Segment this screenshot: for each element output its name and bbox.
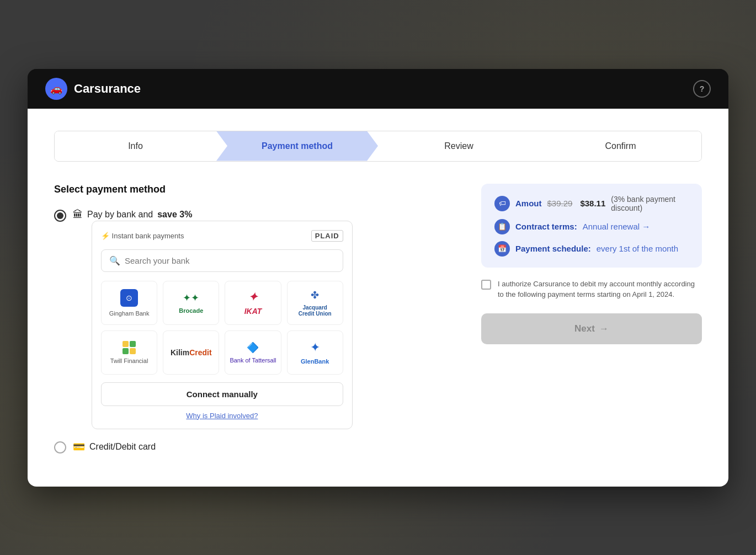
- schedule-row: 📅 Payment schedule: every 1st of the mon…: [494, 241, 689, 257]
- jacquard-label: JacquardCredit Union: [299, 305, 332, 317]
- twill-icon: [123, 341, 136, 354]
- section-title: Select payment method: [54, 184, 459, 195]
- help-button[interactable]: ?: [693, 80, 711, 98]
- step-info[interactable]: Info: [55, 131, 216, 161]
- bank-card-glenbank[interactable]: ✦ GlenBank: [287, 330, 343, 375]
- amount-row: 🏷 Amout $39.29 $38.11 (3% bank payment d…: [494, 195, 689, 212]
- right-panel: 🏷 Amout $39.29 $38.11 (3% bank payment d…: [481, 184, 702, 465]
- tattersall-label: Bank of Tattersall: [230, 357, 276, 364]
- tag-icon: 🏷: [494, 196, 510, 211]
- stepper: Info Payment method Review Confirm: [54, 131, 702, 162]
- info-card: 🏷 Amout $39.29 $38.11 (3% bank payment d…: [481, 184, 702, 268]
- authorize-checkbox[interactable]: [481, 280, 491, 290]
- kilim-icon: KilimCredit: [171, 348, 212, 357]
- header: 🚗 Carsurance ?: [28, 69, 728, 109]
- search-icon: 🔍: [109, 255, 120, 266]
- glenbank-label: GlenBank: [301, 358, 329, 365]
- glenbank-icon: ✦: [310, 340, 320, 355]
- card-icon: 💳: [73, 441, 85, 453]
- step-review[interactable]: Review: [378, 131, 540, 161]
- bank-card-jacquard[interactable]: ✤ JacquardCredit Union: [287, 281, 343, 325]
- new-price: $38.11: [580, 199, 605, 208]
- bank-card-tattersall[interactable]: 🔷 Bank of Tattersall: [225, 330, 281, 375]
- left-panel: Select payment method 🏛 Pay by bank and …: [54, 184, 459, 465]
- app-name: Carsurance: [74, 82, 141, 96]
- twill-label: Twill Financial: [110, 357, 148, 364]
- logo-area: 🚗 Carsurance: [45, 78, 141, 100]
- gingham-icon: ⊙: [120, 289, 138, 307]
- contract-value[interactable]: Annual renewal →: [583, 222, 651, 231]
- brocade-label: Brocade: [179, 307, 203, 314]
- bank-card-twill[interactable]: Twill Financial: [101, 330, 157, 375]
- next-button[interactable]: Next →: [481, 313, 702, 344]
- ikat-label: IKAT: [244, 307, 262, 316]
- brocade-icon: ✦✦: [183, 292, 199, 304]
- bank-grid: ⊙ Gingham Bank ✦✦ Brocade: [101, 281, 343, 375]
- card-payment-option[interactable]: 💳 Credit/Debit card: [54, 440, 459, 453]
- schedule-value: every 1st of the month: [597, 244, 678, 253]
- jacquard-icon: ✤: [311, 289, 319, 301]
- schedule-label: Payment schedule:: [515, 244, 591, 253]
- bank-building-icon: 🏛: [73, 209, 83, 221]
- contract-row: 📋 Contract terms: Annual renewal →: [494, 219, 689, 234]
- bank-panel: ⚡ Instant bank payments PLAID 🔍: [92, 221, 353, 429]
- calendar-icon: 📅: [494, 241, 510, 257]
- connect-manually-button[interactable]: Connect manually: [101, 382, 343, 406]
- gingham-label: Gingham Bank: [109, 310, 150, 317]
- app-window: 🚗 Carsurance ? Info Payment method Revie…: [28, 69, 728, 487]
- panel-header: ⚡ Instant bank payments PLAID: [101, 230, 343, 242]
- search-input[interactable]: [125, 256, 335, 265]
- step-payment[interactable]: Payment method: [216, 131, 378, 161]
- discount-text: (3% bank payment discount): [611, 195, 689, 212]
- car-icon: 🚗: [45, 78, 67, 100]
- amount-label: Amout: [515, 199, 542, 208]
- step-confirm[interactable]: Confirm: [540, 131, 701, 161]
- bank-payment-option[interactable]: 🏛 Pay by bank and save 3% ⚡ Instant bank…: [54, 209, 459, 429]
- content-area: Select payment method 🏛 Pay by bank and …: [54, 184, 702, 465]
- plaid-why-link[interactable]: Why is Plaid involved?: [101, 412, 343, 420]
- bank-option-label: 🏛 Pay by bank and save 3%: [73, 209, 353, 221]
- authorize-row: I authorize Carsurance to debit my accou…: [481, 279, 702, 300]
- bank-card-kilim[interactable]: KilimCredit: [163, 330, 219, 375]
- bank-radio[interactable]: [54, 210, 66, 222]
- bank-card-brocade[interactable]: ✦✦ Brocade: [163, 281, 219, 325]
- contract-icon: 📋: [494, 219, 510, 234]
- bank-search-box[interactable]: 🔍: [101, 249, 343, 272]
- old-price: $39.29: [547, 199, 573, 208]
- card-option-label: 💳 Credit/Debit card: [73, 440, 156, 453]
- bank-card-gingham[interactable]: ⊙ Gingham Bank: [101, 281, 157, 325]
- main-content: Info Payment method Review Confirm Selec…: [28, 109, 728, 487]
- instant-badge: ⚡ Instant bank payments: [101, 232, 184, 240]
- plaid-logo: PLAID: [311, 230, 343, 242]
- contract-label: Contract terms:: [515, 222, 577, 231]
- card-radio[interactable]: [54, 441, 66, 453]
- tattersall-icon: 🔷: [247, 341, 259, 354]
- authorize-text: I authorize Carsurance to debit my accou…: [498, 279, 702, 300]
- ikat-icon: ✦: [248, 290, 258, 303]
- bank-card-ikat[interactable]: ✦ IKAT: [225, 281, 281, 325]
